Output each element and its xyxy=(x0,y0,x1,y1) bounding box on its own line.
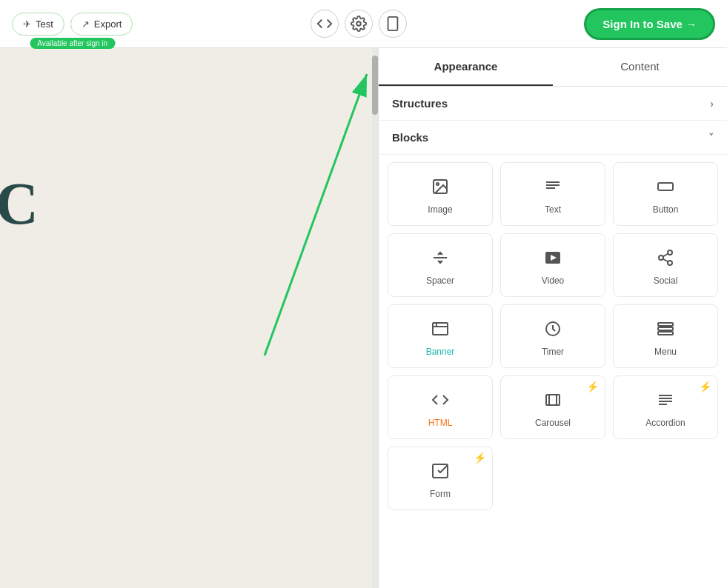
form-icon xyxy=(431,462,449,483)
svg-rect-28 xyxy=(546,395,560,405)
banner-icon xyxy=(431,320,449,341)
video-label: Video xyxy=(542,275,564,286)
social-label: Social xyxy=(654,275,678,286)
svg-rect-26 xyxy=(658,327,673,330)
blocks-label: Blocks xyxy=(392,131,428,144)
form-label: Form xyxy=(430,489,451,499)
spacer-icon xyxy=(431,249,449,270)
scrollbar-thumb[interactable] xyxy=(372,56,378,115)
image-icon xyxy=(431,178,449,198)
export-button[interactable]: ↗ Export xyxy=(70,13,133,36)
block-html[interactable]: HTML xyxy=(388,375,493,439)
tab-content[interactable]: Content xyxy=(553,48,727,86)
block-carousel[interactable]: ⚡ Carousel xyxy=(500,375,605,439)
block-image[interactable]: Image xyxy=(388,162,493,226)
code-icon xyxy=(316,16,333,32)
test-label: Test xyxy=(36,19,53,30)
accordion-label: Accordion xyxy=(645,418,685,428)
video-icon xyxy=(544,249,562,270)
block-video[interactable]: Video xyxy=(500,233,605,297)
block-spacer[interactable]: Spacer xyxy=(388,233,493,297)
svg-point-16 xyxy=(668,250,672,255)
blocks-section-header[interactable]: Blocks ˅ xyxy=(379,121,727,155)
svg-point-0 xyxy=(356,21,361,26)
toolbar-right: Sign In to Save → xyxy=(584,8,715,40)
sign-in-label: Sign In to Save → xyxy=(602,18,697,30)
text-label: Text xyxy=(545,204,561,215)
canvas-area: C xyxy=(0,48,378,588)
svg-rect-10 xyxy=(658,183,673,190)
gear-icon xyxy=(351,16,367,32)
send-icon: ✈ xyxy=(23,19,31,30)
tab-appearance[interactable]: Appearance xyxy=(379,48,553,86)
structures-section-header[interactable]: Structures › xyxy=(379,87,727,121)
menu-icon xyxy=(657,320,674,341)
panel-tabs: Appearance Content xyxy=(379,48,727,87)
toolbar-left: ✈ Test ↗ Export Available after sign in xyxy=(12,13,133,36)
svg-rect-27 xyxy=(658,332,673,335)
block-timer[interactable]: Timer xyxy=(500,304,605,368)
svg-rect-21 xyxy=(433,323,448,335)
blocks-section: Image Text Button xyxy=(379,155,727,518)
menu-label: Menu xyxy=(654,347,677,357)
button-icon xyxy=(657,178,674,198)
carousel-icon xyxy=(544,391,562,412)
code-button[interactable] xyxy=(311,10,339,38)
html-label: HTML xyxy=(428,418,453,428)
block-banner[interactable]: Banner xyxy=(388,304,493,368)
accordion-icon xyxy=(657,391,674,412)
image-label: Image xyxy=(428,204,452,215)
svg-rect-25 xyxy=(658,323,673,326)
block-button[interactable]: Button xyxy=(613,162,718,226)
settings-button[interactable] xyxy=(345,10,373,38)
block-form[interactable]: ⚡ Form xyxy=(388,447,493,510)
block-menu[interactable]: Menu xyxy=(613,304,718,368)
text-icon xyxy=(544,178,562,198)
svg-point-17 xyxy=(659,255,663,260)
social-icon xyxy=(657,249,674,270)
timer-icon xyxy=(544,320,562,341)
svg-point-6 xyxy=(436,183,439,185)
sign-in-button[interactable]: Sign In to Save → xyxy=(584,8,715,40)
carousel-label: Carousel xyxy=(535,418,571,428)
accordion-lightning: ⚡ xyxy=(699,381,711,392)
timer-label: Timer xyxy=(542,347,564,357)
html-icon xyxy=(431,391,449,412)
blocks-chevron: ˅ xyxy=(708,132,714,144)
svg-line-19 xyxy=(663,259,668,262)
spacer-label: Spacer xyxy=(426,275,454,286)
block-accordion[interactable]: ⚡ Accordion xyxy=(613,375,718,439)
block-text[interactable]: Text xyxy=(500,162,605,226)
banner-label: Banner xyxy=(426,347,455,357)
svg-point-18 xyxy=(668,261,672,265)
form-lightning: ⚡ xyxy=(474,452,486,464)
structures-chevron: › xyxy=(710,98,714,110)
toolbar-center xyxy=(133,10,584,38)
test-button[interactable]: ✈ Test xyxy=(12,13,64,36)
preview-button[interactable] xyxy=(379,10,407,38)
block-social[interactable]: Social xyxy=(613,233,718,297)
export-label: Export xyxy=(94,19,122,30)
carousel-lightning: ⚡ xyxy=(586,381,599,392)
available-badge: Available after sign in xyxy=(30,38,115,49)
canvas-letter: C xyxy=(0,170,39,238)
blocks-grid: Image Text Button xyxy=(388,162,718,439)
scrollbar-track[interactable] xyxy=(372,48,378,588)
right-panel: Appearance Content Structures › Blocks ˅… xyxy=(378,48,727,588)
svg-line-20 xyxy=(663,254,668,257)
button-label: Button xyxy=(653,204,679,215)
toolbar: ✈ Test ↗ Export Available after sign in xyxy=(0,0,727,48)
mobile-icon xyxy=(385,16,401,32)
export-icon: ↗ xyxy=(82,19,90,30)
structures-label: Structures xyxy=(392,97,448,110)
